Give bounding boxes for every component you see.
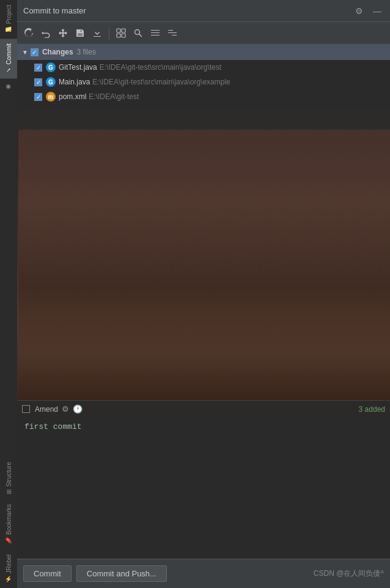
file-checkbox-gittest[interactable]: ✓	[34, 64, 42, 72]
move-icon	[58, 28, 68, 38]
file-icon-gittest: G	[46, 62, 56, 72]
sidebar-tabs-container: 📁 Project ✓ Commit ◉ ⊞ Structure 🔖 Bookm…	[0, 0, 17, 588]
title-bar: Commit to master ⚙ —	[17, 0, 390, 22]
file-icon-main: G	[46, 77, 56, 87]
commit-push-button[interactable]: Commit and Push...	[76, 565, 167, 582]
amend-bar: Amend ⚙ 🕐 3 added	[17, 400, 390, 417]
sidebar-tab-jrebel-label: JRebel	[6, 554, 12, 573]
svg-line-5	[139, 34, 142, 37]
amend-history-button[interactable]: 🕐	[73, 404, 83, 414]
file-path-main: E:\IDEA\git-test\src\main\java\org\examp…	[92, 78, 230, 86]
sidebar-tab-structure-label: Structure	[6, 462, 12, 487]
sidebar-tab-structure[interactable]: ⊞ Structure	[0, 457, 17, 499]
svg-point-4	[135, 29, 140, 34]
diff-button[interactable]	[113, 25, 129, 41]
save-button[interactable]	[72, 25, 88, 41]
commit-message-area	[17, 417, 390, 559]
vcs-icon: ◉	[6, 84, 12, 91]
added-badge: 3 added	[359, 405, 385, 414]
minimize-button[interactable]: —	[370, 5, 384, 17]
refresh-icon	[24, 28, 34, 38]
bookmarks-icon: 🔖	[6, 537, 12, 545]
collapse-all-button[interactable]	[164, 25, 180, 41]
file-checkbox-pom[interactable]: ✓	[34, 93, 42, 101]
search-button[interactable]	[130, 25, 146, 41]
action-buttons: Commit Commit and Push...	[23, 565, 167, 582]
file-item-main[interactable]: ✓ G Main.java E:\IDEA\git-test\src\main\…	[17, 75, 390, 89]
changes-count: 3 files	[77, 48, 96, 56]
changes-checkbox[interactable]: ✓	[31, 48, 39, 56]
amend-settings-button[interactable]: ⚙	[62, 404, 69, 414]
sidebar-tab-commit-label: Commit	[6, 43, 12, 64]
refresh-button[interactable]	[21, 25, 37, 41]
sidebar-tab-bookmarks[interactable]: 🔖 Bookmarks	[0, 499, 17, 549]
sidebar-tab-vcs[interactable]: ◉	[0, 79, 17, 95]
project-icon: 📁	[6, 26, 12, 34]
jrebel-icon: ⚡	[6, 576, 12, 583]
move-button[interactable]	[55, 25, 71, 41]
settings-button[interactable]: ⚙	[353, 5, 366, 17]
sidebar-tab-project-label: Project	[6, 5, 12, 24]
svg-rect-2	[117, 34, 120, 37]
diff-icon	[116, 28, 126, 38]
file-path-pom: E:\IDEA\git-test	[89, 92, 139, 101]
expand-all-icon	[150, 28, 160, 38]
file-item-gittest[interactable]: ✓ G GitTest.java E:\IDEA\git-test\src\ma…	[17, 60, 390, 75]
svg-rect-1	[122, 29, 125, 32]
file-item-pom[interactable]: ✓ m pom.xml E:\IDEA\git-test	[17, 89, 390, 104]
changes-header[interactable]: ▼ ✓ Changes 3 files	[17, 44, 390, 60]
toolbar	[17, 22, 390, 44]
title-actions: ⚙ —	[353, 5, 384, 17]
collapse-all-icon	[167, 28, 177, 38]
file-name-gittest: GitTest.java	[59, 63, 97, 72]
file-icon-pom: m	[46, 92, 56, 102]
amend-left: Amend ⚙ 🕐	[22, 404, 83, 414]
save-icon	[75, 28, 85, 38]
file-name-main: Main.java	[59, 78, 90, 86]
action-bar: Commit Commit and Push... CSDN @在人间负债^	[17, 559, 390, 588]
file-checkbox-main[interactable]: ✓	[34, 78, 42, 86]
svg-rect-0	[117, 29, 120, 32]
title-text: Commit to master	[23, 6, 86, 15]
main-content: Commit to master ⚙ —	[17, 0, 390, 588]
expand-all-button[interactable]	[147, 25, 163, 41]
middle-spacer	[17, 130, 390, 400]
file-path-gittest: E:\IDEA\git-test\src\main\java\org\test	[100, 63, 221, 72]
watermark: CSDN @在人间负债^	[314, 568, 384, 579]
amend-checkbox[interactable]	[22, 405, 30, 413]
changes-label: Changes	[42, 48, 73, 56]
sidebar-tab-bookmarks-label: Bookmarks	[6, 504, 12, 535]
structure-icon: ⊞	[6, 489, 12, 494]
file-tree: ▼ ✓ Changes 3 files ✓ G GitTest.java E:\…	[17, 44, 390, 130]
file-name-pom: pom.xml	[59, 92, 86, 101]
left-sidebar: 📁 Project ✓ Commit ◉ ⊞ Structure 🔖 Bookm…	[0, 0, 17, 588]
svg-rect-3	[122, 34, 125, 37]
commit-message-input[interactable]	[22, 420, 385, 554]
amend-label: Amend	[35, 405, 58, 414]
undo-icon	[41, 28, 51, 38]
export-button[interactable]	[89, 25, 105, 41]
sidebar-tab-commit[interactable]: ✓ Commit	[0, 39, 17, 78]
commit-icon: ✓	[6, 67, 12, 74]
commit-area: Amend ⚙ 🕐 3 added	[17, 400, 390, 559]
export-icon	[92, 28, 102, 38]
toolbar-separator-1	[109, 27, 109, 39]
undo-button[interactable]	[38, 25, 54, 41]
search-icon	[133, 28, 143, 38]
commit-button[interactable]: Commit	[23, 565, 72, 582]
expand-arrow: ▼	[22, 49, 28, 56]
sidebar-tab-jrebel[interactable]: ⚡ JRebel	[0, 549, 17, 588]
sidebar-tab-project[interactable]: 📁 Project	[0, 0, 17, 39]
